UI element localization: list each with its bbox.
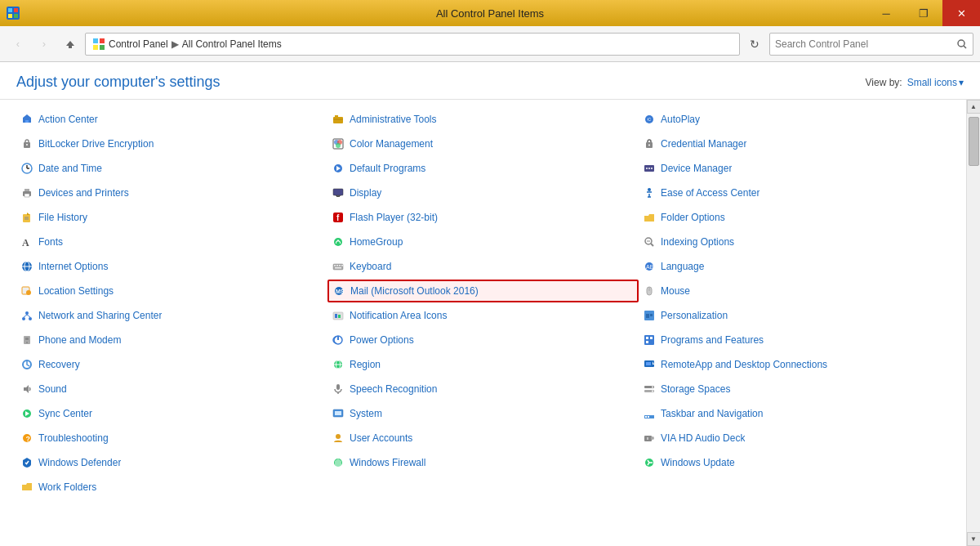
cp-item-recovery[interactable]: Recovery	[16, 353, 327, 376]
system-icon	[332, 407, 345, 420]
recovery-label: Recovery	[38, 359, 80, 370]
flash-player-label: Flash Player (32-bit)	[350, 212, 438, 223]
cp-item-windows-defender[interactable]: Windows Defender	[16, 451, 327, 474]
windows-defender-icon	[20, 456, 33, 469]
cp-item-notif-icons[interactable]: Notification Area Icons	[327, 304, 639, 327]
up-button[interactable]	[59, 33, 82, 56]
fonts-label: Fonts	[38, 236, 63, 248]
cp-item-indexing-options[interactable]: Indexing Options	[639, 230, 950, 253]
search-input[interactable]	[770, 38, 951, 50]
svg-rect-55	[339, 265, 341, 266]
cp-item-via-audio[interactable]: VIA HD Audio Deck	[639, 427, 950, 450]
cp-item-mail-outlook[interactable]: MSMail (Microsoft Outlook 2016)	[327, 280, 639, 302]
svg-rect-2	[8, 14, 12, 18]
view-by-selector[interactable]: Small icons ▾	[907, 77, 964, 88]
date-time-icon	[20, 162, 33, 175]
cp-item-display[interactable]: Display	[327, 181, 639, 204]
scroll-down-arrow[interactable]: ▼	[967, 532, 981, 546]
cp-item-bitlocker[interactable]: BitLocker Drive Encryption	[16, 132, 327, 155]
cp-item-taskbar-nav[interactable]: Taskbar and Navigation	[639, 402, 950, 425]
cp-item-devices-printers[interactable]: Devices and Printers	[16, 181, 327, 204]
cp-item-windows-firewall[interactable]: Windows Firewall	[327, 451, 639, 474]
search-box	[769, 33, 973, 56]
cp-item-sound[interactable]: Sound	[16, 378, 327, 401]
restore-button[interactable]: ❐	[905, 0, 942, 26]
device-manager-label: Device Manager	[661, 163, 732, 174]
scroll-up-arrow[interactable]: ▲	[967, 100, 981, 114]
cp-item-folder-options[interactable]: Folder Options	[639, 206, 950, 229]
svg-marker-93	[24, 385, 29, 393]
user-accounts-icon	[332, 432, 345, 445]
svg-rect-105	[648, 416, 649, 418]
cp-item-device-manager[interactable]: Device Manager	[639, 157, 950, 180]
svg-point-68	[29, 317, 32, 320]
credential-mgr-label: Credential Manager	[661, 138, 746, 150]
mail-outlook-icon: MS	[332, 284, 345, 298]
cp-item-date-time[interactable]: Date and Time	[16, 157, 327, 180]
cp-item-color-mgmt[interactable]: Color Management	[327, 132, 639, 155]
cp-item-sync-center[interactable]: Sync Center	[16, 402, 327, 425]
cp-item-personalization[interactable]: Personalization	[639, 304, 950, 327]
cp-item-region[interactable]: Region	[327, 353, 639, 376]
svg-point-79	[26, 342, 28, 343]
cp-item-storage-spaces[interactable]: Storage Spaces	[639, 378, 950, 401]
scroll-track[interactable]	[967, 114, 981, 532]
search-icon-button[interactable]	[951, 34, 973, 55]
cp-item-user-accounts[interactable]: User Accounts	[327, 427, 639, 450]
cp-item-programs-features[interactable]: Programs and Features	[639, 329, 950, 351]
folder-options-icon	[643, 211, 656, 224]
language-label: Language	[661, 261, 704, 272]
svg-rect-82	[644, 335, 654, 345]
cp-item-speech-recognition[interactable]: Speech Recognition	[327, 378, 639, 401]
items-area: Action CenterAdministrative ToolsAutoPla…	[0, 100, 980, 546]
cp-item-work-folders[interactable]: Work Folders	[16, 476, 327, 499]
svg-point-110	[651, 436, 654, 440]
cp-item-mouse[interactable]: Mouse	[639, 280, 950, 302]
mail-outlook-label: Mail (Microsoft Outlook 2016)	[350, 285, 479, 297]
cp-item-windows-update[interactable]: Windows Update	[639, 451, 950, 474]
chevron-down-icon: ▾	[959, 77, 964, 88]
indexing-options-icon	[643, 235, 656, 248]
keyboard-icon	[332, 260, 345, 273]
scroll-thumb[interactable]	[969, 117, 979, 166]
cp-item-flash-player[interactable]: fFlash Player (32-bit)	[327, 206, 639, 229]
minimize-button[interactable]: ─	[867, 0, 905, 26]
svg-rect-10	[25, 120, 29, 123]
cp-item-troubleshooting[interactable]: ?Troubleshooting	[16, 427, 327, 450]
cp-item-system[interactable]: System	[327, 402, 639, 425]
cp-item-action-center[interactable]: Action Center	[16, 108, 327, 131]
cp-item-power-options[interactable]: Power Options	[327, 329, 639, 351]
close-button[interactable]: ✕	[942, 0, 980, 26]
storage-spaces-icon	[643, 383, 656, 396]
path-control-panel[interactable]: Control Panel	[109, 38, 168, 50]
forward-button[interactable]: ›	[33, 33, 56, 56]
cp-item-ease-access[interactable]: Ease of Access Center	[639, 181, 950, 204]
cp-item-language[interactable]: ABLanguage	[639, 255, 950, 278]
refresh-button[interactable]: ↻	[743, 33, 766, 56]
cp-item-autoplay[interactable]: AutoPlay	[639, 108, 950, 131]
cp-item-credential-mgr[interactable]: Credential Manager	[639, 132, 950, 155]
power-options-icon	[332, 333, 345, 347]
cp-item-internet-options[interactable]: Internet Options	[16, 255, 327, 278]
cp-item-homegroup[interactable]: HomeGroup	[327, 230, 639, 253]
cp-item-phone-modem[interactable]: Phone and Modem	[16, 329, 327, 351]
svg-line-69	[24, 315, 27, 317]
svg-rect-11	[333, 117, 343, 123]
cp-item-file-history[interactable]: File History	[16, 206, 327, 229]
back-button[interactable]: ‹	[7, 33, 29, 56]
svg-rect-91	[646, 362, 651, 365]
cp-item-location-settings[interactable]: Location Settings	[16, 280, 327, 302]
address-path[interactable]: Control Panel ▶ All Control Panel Items	[85, 33, 740, 56]
svg-point-38	[648, 188, 651, 191]
display-icon	[332, 186, 345, 199]
cp-item-network-sharing[interactable]: Network and Sharing Center	[16, 304, 327, 327]
cp-item-default-programs[interactable]: Default Programs	[327, 157, 639, 180]
svg-text:AB: AB	[646, 264, 654, 270]
path-current[interactable]: All Control Panel Items	[182, 38, 282, 50]
device-manager-icon	[643, 162, 656, 175]
svg-rect-34	[24, 194, 29, 197]
cp-item-keyboard[interactable]: Keyboard	[327, 255, 639, 278]
cp-item-fonts[interactable]: AFonts	[16, 230, 327, 253]
cp-item-admin-tools[interactable]: Administrative Tools	[327, 108, 639, 131]
cp-item-remoteapp[interactable]: RemoteApp and Desktop Connections	[639, 353, 950, 376]
